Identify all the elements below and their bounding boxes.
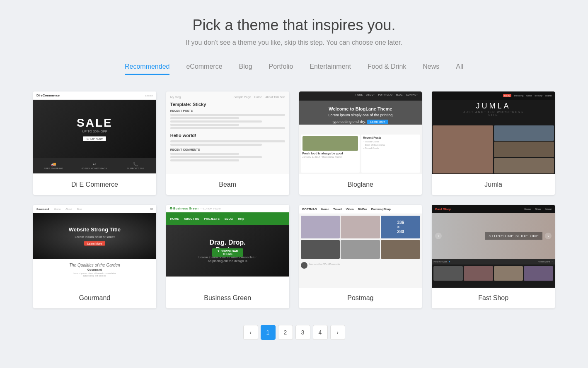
theme-card-fast-shop[interactable]: Fast Shop Home Shop About STOREDINE SLID… xyxy=(432,205,555,308)
category-tabs: Recommended eCommerce Blog Portfolio Ent… xyxy=(33,63,555,75)
theme-name-postmag: Postmag xyxy=(299,288,422,308)
theme-preview-gourmand: Gourmand Home About Blog ☎ Website Stron… xyxy=(33,205,156,288)
theme-card-bloglane[interactable]: HOME ABOUT PORTFOLIO BLOG CONTACT Welcom… xyxy=(299,91,422,195)
theme-preview-fast-shop: Fast Shop Home Shop About STOREDINE SLID… xyxy=(432,205,555,288)
tab-ecommerce[interactable]: eCommerce xyxy=(186,63,222,75)
pagination-next[interactable]: › xyxy=(330,325,345,340)
tab-blog[interactable]: Blog xyxy=(239,63,252,75)
theme-preview-business-green: ♻ Business Green — LOREM IPSUM HOME ABOU… xyxy=(166,205,289,288)
theme-card-gourmand[interactable]: Gourmand Home About Blog ☎ Website Stron… xyxy=(33,205,156,308)
themes-grid: Di eCommerce Search SALE UP TO 30% OFF S… xyxy=(33,91,555,308)
page-title: Pick a theme that inspires you. xyxy=(33,17,555,34)
theme-name-di-ecommerce: Di E Commerce xyxy=(33,174,156,195)
theme-card-business-green[interactable]: ♻ Business Green — LOREM IPSUM HOME ABOU… xyxy=(166,205,289,308)
theme-preview-postmag: POSTMAG Home Travel Video BizPro Postmag… xyxy=(299,205,422,288)
theme-card-jumla[interactable]: NEW Trending News Beauty Brand JUMLA JUS… xyxy=(432,91,555,195)
page-subtitle: If you don't see a theme you like, skip … xyxy=(33,39,555,46)
theme-name-jumla: Jumla xyxy=(432,174,555,195)
tab-all[interactable]: All xyxy=(456,63,463,75)
theme-card-beam[interactable]: My Blog Sample Page Home About This Site… xyxy=(166,91,289,195)
theme-preview-jumla: NEW Trending News Beauty Brand JUMLA JUS… xyxy=(432,91,555,174)
pagination-page-3[interactable]: 3 xyxy=(295,325,310,340)
theme-name-bloglane: Bloglane xyxy=(299,174,422,195)
theme-preview-di-ecommerce: Di eCommerce Search SALE UP TO 30% OFF S… xyxy=(33,91,156,174)
theme-name-gourmand: Gourmand xyxy=(33,288,156,308)
page-wrapper: Pick a theme that inspires you. If you d… xyxy=(0,0,588,365)
tab-entertainment[interactable]: Entertainment xyxy=(310,63,351,75)
theme-preview-bloglane: HOME ABOUT PORTFOLIO BLOG CONTACT Welcom… xyxy=(299,91,422,174)
pagination-page-1[interactable]: 1 xyxy=(261,325,276,340)
page-header: Pick a theme that inspires you. If you d… xyxy=(33,17,555,46)
theme-name-fast-shop: Fast Shop xyxy=(432,288,555,308)
tab-recommended[interactable]: Recommended xyxy=(125,63,170,75)
pagination-page-4[interactable]: 4 xyxy=(313,325,328,340)
pagination-page-2[interactable]: 2 xyxy=(278,325,293,340)
theme-preview-beam: My Blog Sample Page Home About This Site… xyxy=(166,91,289,174)
theme-name-beam: Beam xyxy=(166,174,289,195)
tab-portfolio[interactable]: Portfolio xyxy=(269,63,293,75)
theme-card-di-ecommerce[interactable]: Di eCommerce Search SALE UP TO 30% OFF S… xyxy=(33,91,156,195)
pagination-prev[interactable]: ‹ xyxy=(243,325,258,340)
tab-news[interactable]: News xyxy=(423,63,439,75)
tab-food-drink[interactable]: Food & Drink xyxy=(368,63,406,75)
pagination: ‹ 1 2 3 4 › xyxy=(33,325,555,340)
theme-card-postmag[interactable]: POSTMAG Home Travel Video BizPro Postmag… xyxy=(299,205,422,308)
theme-name-business-green: Business Green xyxy=(166,288,289,308)
